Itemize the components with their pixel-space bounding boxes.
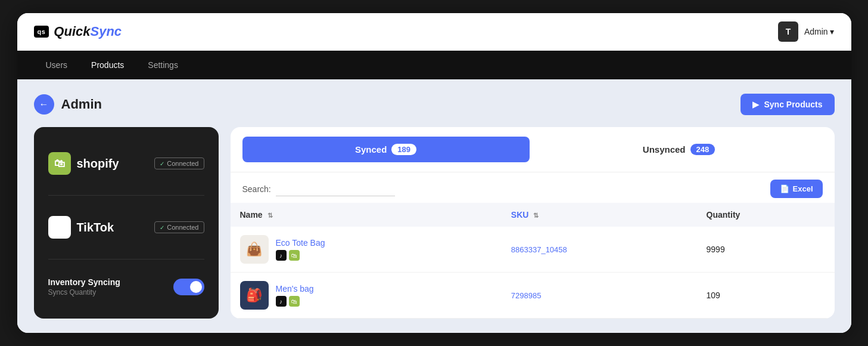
sync-button-label: Sync Products: [764, 100, 822, 109]
product-image: 🎒: [240, 281, 269, 310]
tiktok-icon: ♪: [48, 216, 71, 239]
content-layout: 🛍 shopify Connected ♪ TikTok Connected: [34, 127, 835, 319]
col-sku: SKU ⇅: [502, 203, 697, 227]
synced-label: Synced: [355, 144, 387, 155]
nav-item-settings[interactable]: Settings: [136, 51, 190, 79]
shopify-row: 🛍 shopify Connected: [48, 144, 204, 183]
product-table-body: 👜 Eco Tote Bag ♪ 🛍 8863337_10458 9999 🎒: [231, 227, 835, 319]
tiktok-platform: ♪ TikTok: [48, 216, 114, 239]
sku-sort-icon[interactable]: ⇅: [533, 212, 539, 219]
inventory-toggle[interactable]: [173, 279, 204, 295]
inventory-info: Inventory Syncing Syncs Quantity: [48, 277, 120, 296]
tiktok-connected-badge: Connected: [154, 221, 204, 233]
shopify-label: shopify: [77, 157, 119, 171]
divider-1: [48, 195, 204, 196]
platform-icons: ♪ 🛍: [276, 296, 314, 307]
tiktok-row: ♪ TikTok Connected: [48, 208, 204, 247]
avatar: T: [778, 21, 798, 42]
tiktok-platform-icon: ♪: [276, 250, 287, 261]
sync-icon: ▶: [752, 100, 759, 109]
nav-item-users[interactable]: Users: [34, 51, 80, 79]
qty-value: 109: [707, 291, 720, 300]
page-header: ← Admin ▶ Sync Products: [34, 94, 835, 115]
inventory-sub: Syncs Quantity: [48, 288, 120, 296]
admin-menu[interactable]: Admin ▾: [804, 27, 835, 36]
product-name-cell: 👜 Eco Tote Bag ♪ 🛍: [231, 227, 502, 273]
product-name[interactable]: Men's bag: [276, 284, 314, 294]
logo-area: qs QuickSync: [34, 24, 122, 39]
tab-unsynced[interactable]: Unsynced 248: [536, 137, 823, 162]
tiktok-platform-icon: ♪: [276, 296, 287, 307]
qty-cell: 9999: [697, 227, 835, 273]
main-content: ← Admin ▶ Sync Products 🛍 shopify Connec…: [17, 79, 851, 333]
shopify-platform-icon: 🛍: [289, 296, 300, 307]
qty-cell: 109: [697, 273, 835, 319]
name-sort-icon[interactable]: ⇅: [267, 212, 273, 219]
sku-cell: 7298985: [502, 273, 697, 319]
sync-products-button[interactable]: ▶ Sync Products: [741, 94, 834, 115]
nav-menu: Users Products Settings: [17, 51, 851, 79]
inventory-label: Inventory Syncing: [48, 277, 120, 287]
nav-item-products[interactable]: Products: [79, 51, 136, 79]
shopify-icon: 🛍: [48, 152, 71, 175]
search-area: Search:: [242, 181, 395, 196]
shopify-platform-icon: 🛍: [289, 250, 300, 261]
app-frame: qs QuickSync T Admin ▾ Users Products Se…: [17, 13, 851, 333]
excel-button[interactable]: 📄 Excel: [770, 180, 823, 198]
logo-icon: qs: [34, 26, 49, 38]
back-area: ← Admin: [34, 94, 102, 115]
product-name-cell: 🎒 Men's bag ♪ 🛍: [231, 273, 502, 319]
table-row: 🎒 Men's bag ♪ 🛍 7298985 109: [231, 273, 835, 319]
search-label: Search:: [242, 184, 271, 194]
divider-2: [48, 259, 204, 260]
col-name: Name ⇅: [231, 203, 502, 227]
product-image: 👜: [240, 235, 269, 264]
product-name[interactable]: Eco Tote Bag: [276, 238, 325, 248]
table-row: 👜 Eco Tote Bag ♪ 🛍 8863337_10458 9999: [231, 227, 835, 273]
sku-cell: 8863337_10458: [502, 227, 697, 273]
excel-label: Excel: [793, 184, 813, 193]
table-header-row: Name ⇅ SKU ⇅ Quantity: [231, 203, 835, 227]
right-panel: Synced 189 Unsynced 248 Search: �: [231, 127, 835, 319]
qty-value: 9999: [707, 245, 725, 254]
tab-synced[interactable]: Synced 189: [242, 137, 530, 162]
sku-value: 7298985: [511, 291, 542, 300]
search-row: Search: 📄 Excel: [231, 172, 835, 203]
search-input[interactable]: [276, 181, 395, 196]
col-qty: Quantity: [697, 203, 835, 227]
page-title: Admin: [61, 97, 102, 112]
back-button[interactable]: ←: [34, 94, 54, 115]
product-table: Name ⇅ SKU ⇅ Quantity: [231, 203, 835, 319]
unsynced-badge: 248: [690, 144, 715, 155]
logo-text: QuickSync: [54, 24, 122, 39]
excel-icon: 📄: [780, 184, 789, 193]
platform-icons: ♪ 🛍: [276, 250, 325, 261]
sku-value: 8863337_10458: [511, 245, 567, 254]
synced-badge: 189: [391, 144, 416, 155]
top-bar: qs QuickSync T Admin ▾: [17, 13, 851, 51]
shopify-connected-badge: Connected: [154, 157, 204, 169]
left-panel: 🛍 shopify Connected ♪ TikTok Connected: [34, 127, 219, 319]
inventory-row: Inventory Syncing Syncs Quantity: [48, 277, 204, 296]
admin-area: T Admin ▾: [778, 21, 835, 42]
tabs-row: Synced 189 Unsynced 248: [231, 127, 835, 172]
shopify-platform: 🛍 shopify: [48, 152, 119, 175]
tiktok-label: TikTok: [77, 221, 114, 234]
unsynced-label: Unsynced: [643, 144, 686, 155]
